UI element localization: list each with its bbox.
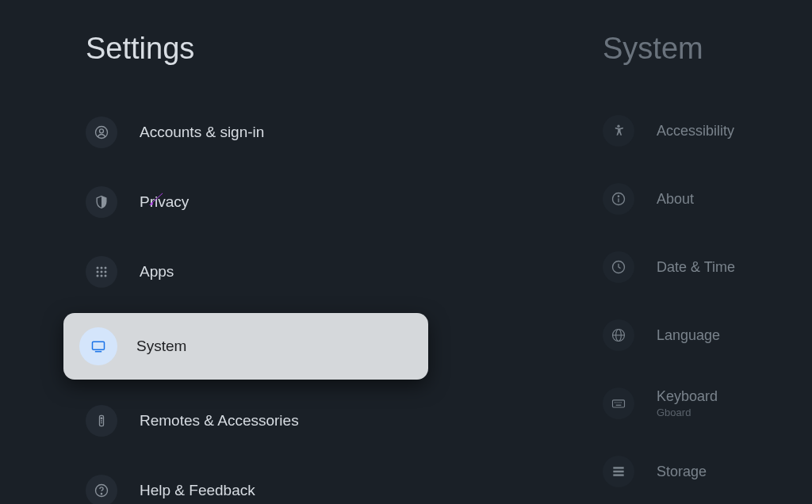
menu-item-label: Language	[657, 327, 720, 344]
menu-item-label: Storage	[657, 464, 707, 480]
svg-point-22	[618, 196, 619, 197]
svg-point-9	[101, 275, 103, 277]
menu-item-label: Date & Time	[657, 259, 735, 276]
svg-point-18	[101, 494, 102, 494]
svg-rect-11	[93, 342, 105, 349]
svg-point-4	[105, 267, 107, 269]
svg-point-5	[97, 271, 99, 273]
menu-item-label: Remotes & Accessories	[140, 412, 299, 430]
menu-item-label: About	[657, 191, 694, 208]
svg-point-1	[100, 129, 104, 133]
clock-icon	[603, 251, 634, 283]
svg-rect-29	[617, 402, 618, 403]
menu-item-datetime[interactable]: Date & Time	[603, 240, 812, 294]
apps-icon	[86, 256, 117, 288]
svg-rect-35	[613, 474, 623, 476]
system-panel: System Accessibility About Date & Time L…	[523, 0, 812, 504]
globe-icon	[603, 319, 634, 351]
menu-item-about[interactable]: About	[603, 172, 812, 226]
menu-item-privacy[interactable]: Privacy	[86, 174, 523, 231]
menu-item-keyboard[interactable]: Keyboard Gboard	[603, 376, 812, 430]
menu-item-label: Apps	[140, 263, 174, 281]
svg-rect-32	[616, 405, 622, 406]
shield-icon	[86, 186, 117, 218]
menu-item-help[interactable]: Help & Feedback	[86, 462, 523, 504]
svg-point-2	[97, 267, 99, 269]
tv-icon	[79, 327, 117, 365]
info-icon	[603, 183, 634, 215]
svg-rect-33	[613, 467, 623, 469]
menu-item-accessibility[interactable]: Accessibility	[603, 104, 812, 158]
svg-rect-30	[619, 402, 619, 403]
menu-item-accounts[interactable]: Accounts & sign-in	[86, 104, 523, 161]
menu-item-label: Accessibility	[657, 123, 734, 139]
menu-item-label: Keyboard	[657, 388, 718, 405]
menu-item-label: Accounts & sign-in	[140, 124, 264, 141]
settings-panel: Settings Accounts & sign-in Privacy Apps…	[0, 0, 523, 504]
svg-point-14	[101, 418, 102, 419]
svg-point-6	[101, 271, 103, 273]
menu-item-remotes[interactable]: Remotes & Accessories	[86, 392, 523, 449]
svg-rect-34	[613, 471, 623, 473]
menu-item-apps[interactable]: Apps	[86, 243, 523, 300]
help-icon	[86, 475, 117, 504]
menu-item-storage[interactable]: Storage	[603, 445, 812, 498]
svg-point-3	[101, 267, 103, 269]
menu-item-text: Keyboard Gboard	[657, 388, 718, 418]
menu-item-label: Privacy	[140, 193, 189, 211]
menu-item-sublabel: Gboard	[657, 407, 718, 418]
menu-item-language[interactable]: Language	[603, 308, 812, 362]
svg-rect-28	[615, 402, 615, 403]
svg-point-10	[105, 275, 107, 277]
storage-icon	[603, 456, 634, 487]
svg-point-7	[105, 271, 107, 273]
remote-icon	[86, 405, 117, 437]
keyboard-icon	[603, 388, 634, 419]
accessibility-icon	[603, 115, 634, 147]
svg-rect-31	[621, 402, 622, 403]
menu-item-label: Help & Feedback	[140, 482, 255, 499]
menu-item-label: System	[136, 338, 186, 355]
account-icon	[86, 116, 117, 148]
menu-item-system[interactable]: System	[63, 313, 428, 380]
system-title: System	[603, 32, 812, 66]
svg-point-8	[97, 275, 99, 277]
svg-rect-27	[613, 400, 625, 407]
svg-point-19	[617, 125, 619, 128]
settings-title: Settings	[86, 32, 523, 66]
svg-point-0	[96, 127, 108, 139]
